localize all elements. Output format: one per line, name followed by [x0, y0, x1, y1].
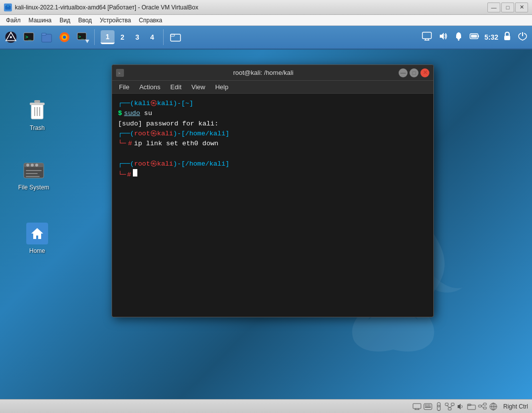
svg-rect-53 [425, 405, 426, 406]
filesystem-icon [22, 158, 46, 182]
toolbar-separator-1 [94, 29, 95, 45]
svg-rect-63 [451, 403, 454, 406]
svg-rect-62 [445, 403, 448, 406]
desktop-icon-trash[interactable]: Trash [17, 97, 57, 133]
terminal-menubar: File Actions Edit View Help [112, 81, 433, 94]
terminal-line-4: ┌──(root㉿kali)-[/home/kali] [118, 129, 427, 139]
terminal-arrow-2: └─ [118, 170, 126, 180]
terminal-hash-symbol-1: # [128, 139, 132, 149]
terminal-titlebar: > root@kali: /home/kali — □ ✕ [112, 65, 433, 81]
terminal-blank-line [118, 149, 427, 159]
svg-rect-25 [471, 35, 477, 38]
statusbar-usb-icon[interactable] [434, 402, 444, 412]
terminal-menu-view[interactable]: View [188, 82, 208, 92]
menu-devices[interactable]: Устройства [96, 16, 135, 25]
menu-machine[interactable]: Машина [25, 16, 56, 25]
statusbar-network-icon[interactable] [445, 402, 455, 412]
terminal-close-button[interactable]: ✕ [420, 68, 429, 77]
statusbar-share-icon[interactable] [477, 402, 487, 412]
display-icon[interactable] [420, 30, 434, 45]
terminal-dropdown-icon[interactable]: >_ [74, 29, 90, 45]
filesystem-label: File System [18, 184, 50, 191]
terminal-content[interactable]: ┌──(kali㉿kali)-[~] $ sudo su [sudo] pass… [112, 94, 433, 317]
svg-rect-32 [30, 103, 45, 105]
terminal-hash-1: └─ [118, 139, 126, 149]
battery-icon[interactable] [468, 31, 481, 44]
vbox-menubar: Файл Машина Вид Ввод Устройства Справка [0, 15, 532, 26]
svg-rect-42 [26, 170, 42, 171]
svg-point-23 [458, 39, 459, 41]
statusbar-globe-icon[interactable] [488, 402, 498, 412]
menu-file[interactable]: Файл [2, 16, 25, 25]
vbox-maximize-button[interactable]: □ [501, 2, 514, 12]
menu-help[interactable]: Справка [135, 16, 166, 25]
terminal-line-7: └─ # [118, 169, 427, 180]
svg-rect-54 [426, 405, 427, 406]
home-label: Home [29, 247, 45, 254]
menu-input[interactable]: Ввод [74, 16, 96, 25]
audio-icon[interactable] [437, 30, 450, 45]
toolbar-tab-3[interactable]: 3 [130, 30, 144, 44]
terminal-menu-edit[interactable]: Edit [168, 82, 184, 92]
svg-rect-43 [26, 173, 38, 174]
terminal-line-6: ┌──(root㉿kali)-[/home/kali] [118, 159, 427, 169]
terminal-cmd-sudo: sudo [124, 109, 140, 118]
notification-icon[interactable] [453, 30, 465, 45]
svg-rect-71 [483, 407, 486, 409]
svg-rect-61 [448, 408, 451, 410]
terminal-dollar-1: $ [118, 109, 122, 118]
firefox-icon[interactable] [57, 29, 72, 45]
terminal-icon[interactable]: >_ [21, 29, 37, 45]
toolbar-tab-2[interactable]: 2 [116, 30, 129, 44]
statusbar-right-ctrl: Right Ctrl [503, 403, 528, 410]
statusbar-display-icon[interactable] [412, 402, 422, 412]
kali-logo-icon[interactable] [3, 29, 19, 45]
trash-label: Trash [30, 124, 45, 131]
vbox-close-button[interactable]: ✕ [515, 2, 528, 12]
file-manager-icon[interactable] [39, 29, 55, 45]
kali-desktop: Trash File System [0, 50, 532, 399]
terminal-window: > root@kali: /home/kali — □ ✕ File Actio… [112, 64, 434, 317]
vbox-toolbar: >_ >_ [0, 26, 532, 50]
menu-view[interactable]: Вид [56, 16, 74, 25]
svg-point-4 [10, 36, 12, 38]
svg-marker-45 [31, 228, 43, 239]
terminal-maximize-button[interactable]: □ [410, 68, 418, 77]
svg-text:>_: >_ [78, 34, 84, 39]
svg-rect-48 [413, 404, 421, 409]
toolbar-tab-4[interactable]: 4 [145, 30, 159, 44]
svg-text:>: > [118, 71, 120, 75]
vbox-statusbar: Right Ctrl [0, 399, 532, 413]
svg-point-41 [35, 164, 38, 167]
svg-point-39 [26, 164, 29, 167]
svg-line-73 [481, 406, 483, 408]
terminal-cmd-ip: ip link set eth0 down [134, 139, 218, 149]
terminal-menu-file[interactable]: File [116, 82, 132, 92]
lock-icon[interactable] [501, 30, 513, 45]
new-tab-icon[interactable] [168, 29, 183, 45]
svg-rect-44 [26, 176, 40, 177]
desktop-icon-filesystem[interactable]: File System [14, 156, 54, 193]
vbox-title: kali-linux-2022.1-virtualbox-amd64 [Рабо… [15, 4, 487, 11]
svg-rect-22 [457, 38, 460, 39]
statusbar-folder-icon[interactable] [467, 402, 476, 412]
vbox-minimize-button[interactable]: — [487, 2, 500, 12]
home-icon-wrapper [25, 222, 49, 245]
power-icon[interactable] [516, 30, 529, 45]
svg-rect-57 [425, 407, 431, 408]
statusbar-input-icon[interactable] [423, 402, 433, 412]
svg-point-11 [63, 36, 66, 39]
statusbar-audio-icon[interactable] [456, 402, 466, 412]
svg-line-64 [447, 406, 450, 408]
desktop-icon-home[interactable]: Home [17, 220, 57, 256]
svg-rect-1 [6, 5, 9, 7]
toolbar-tab-1[interactable]: 1 [101, 30, 115, 44]
terminal-menu-help[interactable]: Help [212, 82, 232, 92]
terminal-minimize-button[interactable]: — [399, 68, 408, 77]
terminal-menu-actions[interactable]: Actions [136, 82, 164, 92]
svg-rect-27 [504, 36, 510, 40]
toolbar-right: 5:32 [420, 30, 529, 45]
virtualbox-window: kali-linux-2022.1-virtualbox-amd64 [Рабо… [0, 0, 532, 413]
terminal-line-5: └─ # ip link set eth0 down [118, 139, 427, 149]
terminal-window-icon: > [116, 69, 124, 77]
